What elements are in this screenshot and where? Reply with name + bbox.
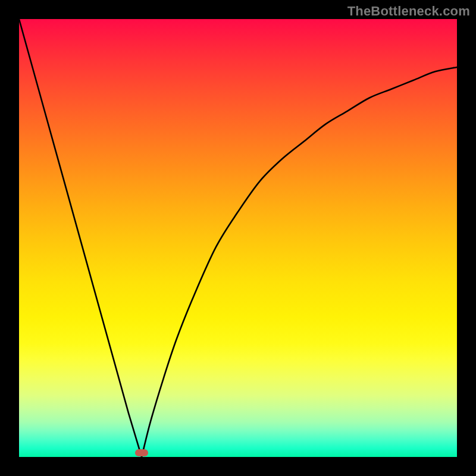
min-marker xyxy=(135,449,148,456)
curve-right xyxy=(142,67,457,457)
curve-svg xyxy=(19,19,457,457)
curve-left xyxy=(19,19,142,457)
chart-frame: TheBottleneck.com xyxy=(0,0,476,476)
watermark-text: TheBottleneck.com xyxy=(347,4,470,19)
plot-area xyxy=(19,19,457,457)
